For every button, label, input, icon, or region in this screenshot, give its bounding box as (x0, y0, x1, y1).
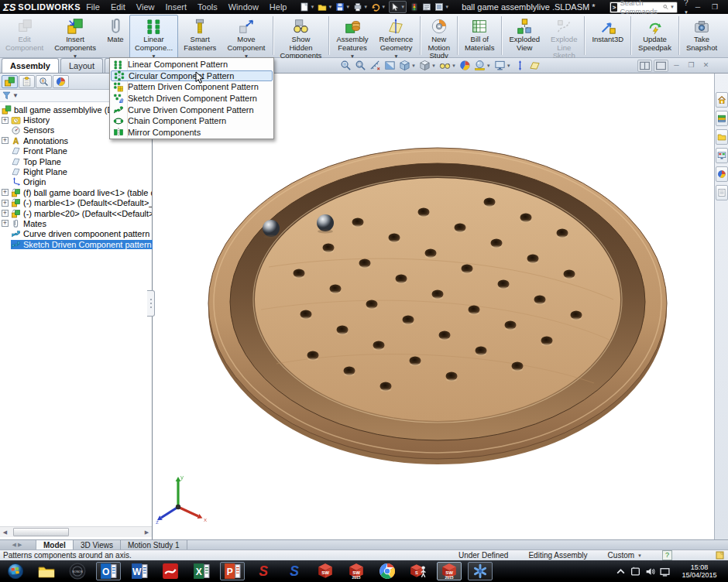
swirl-blue-taskbar-button[interactable]: S (282, 562, 307, 580)
solidworks-composer-taskbar-button[interactable]: S (406, 562, 431, 580)
print-document-dropdown-arrow[interactable]: ▼ (363, 5, 368, 9)
filter-dropdown-arrow[interactable]: ▼ (12, 92, 19, 99)
display-style-button[interactable]: ▼ (419, 60, 436, 71)
expand-toggle[interactable]: + (2, 220, 9, 227)
menu-tools[interactable]: Tools (192, 0, 223, 14)
tray-up-arrow[interactable] (616, 567, 626, 577)
tree-item[interactable]: Right Plane (0, 166, 152, 176)
menu-window[interactable]: Window (223, 0, 264, 14)
new-document-button[interactable]: ▼ (300, 2, 314, 12)
windows-explorer-taskbar-button[interactable] (34, 562, 59, 580)
update-speedpak-button[interactable]: UpdateSpeedpak (633, 15, 677, 59)
menu-item-curve-driven-component-pattern[interactable]: Curve Driven Component Pattern (111, 104, 273, 115)
menu-item-chain-component-pattern[interactable]: Chain Component Pattern (111, 115, 273, 127)
select-cursor-dropdown-arrow[interactable]: ▼ (400, 5, 405, 9)
taskpane-tab-resources-home[interactable] (716, 92, 728, 108)
move-component-button[interactable]: MoveComponent▼ (221, 15, 270, 59)
edrawings-taskbar-button[interactable] (468, 562, 493, 580)
new-document-dropdown-arrow[interactable]: ▼ (310, 5, 314, 9)
menu-item-mirror-components[interactable]: Mirror Components (111, 127, 273, 139)
axis-toggle-button[interactable] (514, 60, 526, 71)
select-cursor-button[interactable]: ▼ (389, 1, 407, 13)
new-motion-study-button[interactable]: NewMotionStudy (422, 15, 455, 59)
view-settings-button[interactable]: ▼ (494, 60, 511, 71)
zoom-area-button[interactable] (355, 60, 366, 71)
taskbar-clock[interactable]: 15:08 15/04/2015 (675, 563, 723, 579)
expand-toggle[interactable]: + (2, 137, 9, 144)
bottom-tab-model[interactable]: Model (36, 540, 74, 549)
insert-components-button[interactable]: InsertComponents▼ (49, 15, 101, 59)
status-help-icon[interactable]: ? (662, 550, 672, 560)
start-button-taskbar-button[interactable] (3, 562, 28, 580)
expand-toggle[interactable]: + (2, 189, 9, 196)
excel-taskbar-button[interactable]: X (189, 562, 214, 580)
display-style-dropdown-arrow[interactable]: ▼ (431, 63, 436, 68)
tray-display[interactable] (660, 567, 670, 577)
zoom-fit-button[interactable] (340, 60, 352, 71)
rebuild-button[interactable] (410, 2, 419, 12)
sonos-taskbar-button[interactable]: SONOS (65, 562, 90, 580)
section-view-button[interactable] (384, 60, 396, 71)
solidworks-taskbar-button[interactable]: SW (313, 562, 338, 580)
open-document-dropdown-arrow[interactable]: ▼ (328, 5, 332, 9)
smart-fasteners-button[interactable]: SmartFasteners (178, 15, 221, 59)
expand-toggle[interactable]: + (2, 200, 9, 207)
save-document-button[interactable]: ▼ (335, 2, 350, 12)
solidworks-2015-taskbar-button[interactable]: SW2015 (344, 562, 369, 580)
view-settings-dropdown-arrow[interactable]: ▼ (507, 63, 511, 68)
menu-item-pattern-driven-component-pattern[interactable]: Pattern Driven Component Pattern (111, 81, 273, 93)
tree-item[interactable]: +(-) marble<1> (Default<<Default>_Displa (0, 198, 152, 208)
tab-layout[interactable]: Layout (60, 58, 103, 73)
chrome-taskbar-button[interactable] (375, 562, 400, 580)
bottom-tab-motion-study-1[interactable]: Motion Study 1 (121, 540, 187, 549)
hide-show-items-button[interactable]: ▼ (439, 60, 456, 71)
taskpane-tab-file-explorer[interactable] (716, 129, 728, 145)
tree-item[interactable]: +(f) ball game board live<1> (table driv… (0, 187, 152, 197)
taskpane-tab-view-palette[interactable] (716, 148, 728, 163)
viewport-layout-icon[interactable] (637, 60, 652, 72)
search-commands-box[interactable]: > Search Commands ▼ (610, 2, 678, 13)
tree-item[interactable]: Top Plane (0, 156, 152, 166)
tab-assembly[interactable]: Assembly (2, 58, 59, 73)
reference-geometry-button[interactable]: ReferenceGeometry▼ (374, 15, 419, 59)
fm-tab-displaymanager[interactable] (53, 75, 69, 88)
assembly-features-button[interactable]: AssemblyFeatures▼ (331, 15, 373, 59)
show-hidden-components-button[interactable]: ShowHiddenComponents (275, 15, 328, 59)
options-list-dropdown-arrow[interactable]: ▼ (445, 5, 449, 9)
edit-appearance-button[interactable] (459, 60, 471, 71)
doc-close-button[interactable]: ✕ (699, 60, 713, 71)
tray-volume[interactable] (645, 567, 655, 577)
apply-scene-dropdown-arrow[interactable]: ▼ (486, 63, 491, 68)
menu-item-circular-component-pattern[interactable]: Circular Component Pattern (111, 70, 273, 82)
swirl-red-taskbar-button[interactable]: S (251, 562, 276, 580)
scroll-left-arrow[interactable]: ◀ (0, 528, 10, 536)
view-orientation-dropdown-arrow[interactable]: ▼ (411, 63, 416, 68)
fm-tab-configurationmanager[interactable] (36, 75, 52, 88)
tree-item[interactable]: Front Plane (0, 146, 152, 156)
fm-tab-featuremanager[interactable] (2, 75, 18, 88)
doc-minimize-button[interactable]: ─ (670, 60, 683, 71)
tree-item[interactable]: Sketch Driven Component pattern (0, 239, 152, 249)
undo-button[interactable]: ▼ (371, 2, 386, 12)
menu-insert[interactable]: Insert (160, 0, 193, 14)
tree-item[interactable]: +Mates (0, 218, 152, 228)
options-list-button[interactable]: ▼ (434, 2, 449, 12)
menu-item-linear-component-pattern[interactable]: Linear Component Pattern (111, 59, 273, 70)
tree-horizontal-scrollbar[interactable]: ◀ ▶ (0, 526, 152, 537)
view-orientation-button[interactable]: ▼ (399, 60, 416, 71)
take-snapshot-button[interactable]: TakeSnapshot (681, 15, 723, 59)
menu-view[interactable]: View (131, 0, 160, 14)
magnify-ruler-button[interactable] (369, 60, 381, 71)
taskpane-tab-design-library[interactable] (716, 111, 728, 126)
scrollbar-thumb[interactable] (13, 528, 69, 536)
bottom-tab-3d-views[interactable]: 3D Views (74, 540, 121, 549)
print-document-button[interactable]: ▼ (353, 2, 368, 12)
filter-funnel-icon[interactable] (2, 91, 11, 100)
custom-dropdown-arrow[interactable]: ▼ (637, 553, 642, 558)
menu-file[interactable]: File (81, 0, 105, 14)
taskpane-tab-appearances-ball[interactable] (716, 166, 728, 182)
expand-toggle[interactable]: + (2, 117, 9, 124)
panel-splitter-handle[interactable] (147, 290, 155, 317)
undo-dropdown-arrow[interactable]: ▼ (381, 5, 386, 9)
mate-button[interactable]: Mate (101, 15, 129, 59)
